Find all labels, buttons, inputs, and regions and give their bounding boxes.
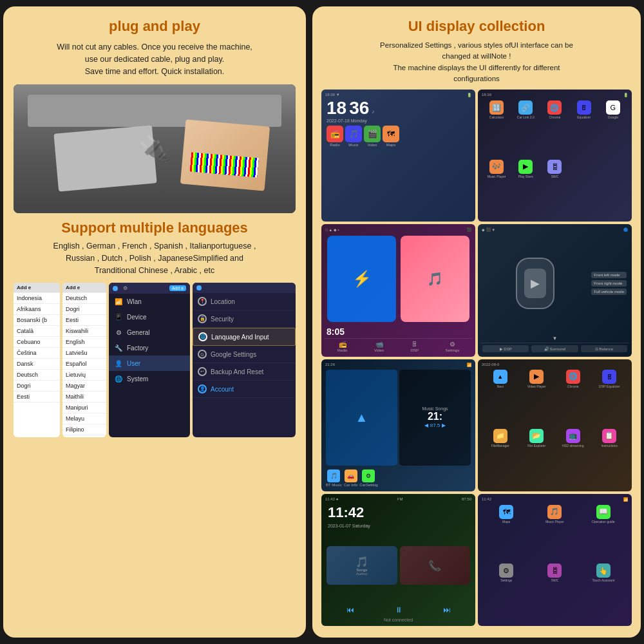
hd2-icon[interactable]: 📺 (566, 429, 580, 443)
menu-item-device[interactable]: 📱 Device (109, 309, 190, 325)
front-right-mode-btn[interactable]: Front right mode (591, 280, 627, 287)
settings-item-google[interactable]: G Google Settings (193, 346, 296, 363)
play-icon[interactable]: ⏸ (395, 605, 402, 614)
hour-display: 18 (327, 99, 346, 117)
lang-list-item[interactable]: Dogri (14, 381, 60, 392)
nav-video[interactable]: 📹Video (374, 341, 384, 352)
lang-list-item[interactable]: Deutsch (62, 293, 106, 304)
video-app-icon[interactable]: 🎬 (364, 126, 381, 142)
lang-list-item[interactable]: Maithili (62, 392, 106, 402)
instructions-icon[interactable]: 📋 (602, 429, 616, 443)
lang-list-item[interactable]: English (62, 337, 106, 348)
filemanager-icon[interactable]: 📁 (493, 429, 507, 443)
dsp-btn[interactable]: ▶ DSP (482, 345, 529, 352)
bt-music-icon[interactable]: 🎵 (327, 469, 340, 482)
lang-list-item[interactable]: Čeština (14, 348, 60, 359)
app-col-maps: 🗺 Maps (383, 126, 399, 147)
time-5: 21:26 (325, 363, 335, 367)
app-item: G Google (600, 100, 627, 158)
header-dot (196, 285, 202, 290)
plug-desc: Will not cut any cables. Once you receiv… (14, 41, 296, 77)
settings-item-account[interactable]: 👤 Account (193, 381, 296, 398)
equalizer-icon[interactable]: 🎚 (577, 100, 591, 115)
car-info-icon[interactable]: 🚗 (345, 469, 357, 482)
lang-list-item[interactable]: Deutsch (14, 370, 60, 381)
lang-list-item[interactable]: Lietuvių (62, 370, 106, 381)
app-name: Music Player (545, 520, 564, 524)
bt-music-label: BT Music (326, 483, 342, 487)
nav-radio[interactable]: 📻Radio (337, 341, 348, 352)
operation-guide-icon[interactable]: 📖 (596, 505, 611, 519)
music-player-icon-8[interactable]: 🎵 (547, 505, 562, 519)
menu-item-factory[interactable]: 🔧 Factory (109, 340, 190, 355)
lang-list-item[interactable]: Melayu (62, 413, 106, 424)
radio-app-icon[interactable]: 📻 (327, 126, 343, 142)
ui-cell-5-content: 21:26 📶 ▲ Music Songs 21: ◀ 87.5 ▶ (321, 359, 475, 491)
lang-list-item[interactable]: Latviešu (62, 348, 106, 359)
nav-media-row: ▲ Music Songs 21: ◀ 87.5 ▶ (324, 368, 473, 468)
music-app-icon[interactable]: 🎵 (345, 126, 362, 142)
menu-item-general[interactable]: ⚙ General (109, 325, 190, 340)
music-time: Music Songs 21: ◀ 87.5 ▶ (399, 370, 471, 466)
music-note-icon: 🎵 (355, 556, 368, 568)
settings-menu: ⚙ Add a 📶 Wlan 📱 Device ⚙ General 🔧 (109, 283, 190, 437)
chrome-icon-2[interactable]: 🌐 (566, 370, 580, 384)
swc-icon[interactable]: 🎛 (547, 160, 562, 174)
lang-list-item[interactable]: Català (14, 326, 60, 337)
maps-app-icon[interactable]: 🗺 (383, 126, 399, 142)
balance-btn[interactable]: ⚖ Balance (581, 345, 627, 352)
lang-list-item[interactable]: Español (62, 359, 106, 370)
dsp-eq-icon[interactable]: 🎚 (602, 370, 616, 384)
settings-add-btn[interactable]: Add a (169, 285, 186, 291)
next-icon[interactable]: ⏭ (443, 605, 451, 614)
lang-list-item[interactable]: Dogri (62, 304, 106, 315)
maps-icon-8[interactable]: 🗺 (499, 505, 513, 519)
menu-item-user[interactable]: 👤 User (109, 355, 190, 371)
nav-settings[interactable]: ⚙Settings (446, 341, 460, 352)
menu-item-system[interactable]: 🌐 System (109, 371, 190, 386)
file-explorer-icon[interactable]: 📂 (529, 429, 544, 443)
prev-icon[interactable]: ⏮ (346, 605, 354, 614)
carlink-icon[interactable]: 🔗 (518, 100, 533, 115)
lang-list-item[interactable]: Français (62, 435, 106, 437)
ui-cell-8: 11:42 📶 🗺 Maps 🎵 Music Player (478, 494, 632, 626)
system-icon: 🌐 (114, 374, 123, 383)
touch-assistant-icon[interactable]: 👆 (596, 564, 611, 578)
front-left-mode-btn[interactable]: Front left mode (591, 272, 627, 278)
app-item-operation: 📖 Operation guide (580, 505, 627, 562)
lang-list-item[interactable]: Bosanski (b (14, 315, 60, 326)
surround-btn[interactable]: 🔊 Surround (531, 345, 578, 352)
lang-list-item[interactable]: Afrikaans (14, 304, 60, 315)
lang-list-item[interactable]: Magyar (62, 381, 106, 392)
settings-item-language[interactable]: 🌐 Lanquage And Input (193, 328, 296, 346)
lang-list-item[interactable]: Indonesia (14, 293, 60, 304)
swc-icon-8[interactable]: 🎛 (547, 564, 562, 578)
lang-list-item[interactable]: Filipino (62, 424, 106, 435)
calculator-icon[interactable]: 🔢 (489, 100, 504, 115)
settings-item-location[interactable]: 📍 Location (193, 293, 296, 310)
settings-icon-8[interactable]: ⚙ (499, 564, 513, 578)
lang-list-item[interactable]: Eesti (62, 315, 106, 326)
bottom-nav-3: 📻Radio 📹Video 🎚DSP ⚙Settings (324, 338, 473, 354)
video-player-icon[interactable]: ▶ (529, 370, 544, 384)
lang-list-item[interactable]: Cebuano (14, 337, 60, 348)
lang-list-item[interactable]: Kiswahili (62, 326, 106, 337)
chrome-icon[interactable]: 🌐 (547, 100, 562, 115)
lang-list-item[interactable]: Dansk (14, 359, 60, 370)
time-large: 8:05 (324, 325, 473, 338)
playstore-icon[interactable]: ▶ (518, 160, 533, 174)
settings-item-security[interactable]: 🔒 Security (193, 310, 296, 328)
full-vehicle-mode-btn[interactable]: Full vehicle mode (591, 289, 627, 295)
nav-dsp[interactable]: 🎚DSP (411, 341, 419, 352)
radio-nav-icon: 📻 (339, 341, 346, 348)
settings-screenshot: Add e Indonesia Afrikaans Bosanski (b Ca… (14, 283, 296, 437)
lang-list-col-2: Add e Deutsch Dogri Eesti Kiswahili Engl… (62, 283, 106, 437)
music-player-icon[interactable]: 🎶 (489, 160, 504, 174)
car-setting-icon[interactable]: ⚙ (362, 469, 375, 482)
navi-icon[interactable]: ▲ (493, 370, 507, 384)
menu-item-wlan[interactable]: 📶 Wlan (109, 294, 190, 309)
google-app-icon[interactable]: G (606, 100, 620, 115)
lang-list-item[interactable]: Eesti (14, 392, 60, 402)
lang-list-item[interactable]: Manipuri (62, 402, 106, 413)
settings-item-backup[interactable]: ↩ Backup And Reset (193, 363, 296, 381)
